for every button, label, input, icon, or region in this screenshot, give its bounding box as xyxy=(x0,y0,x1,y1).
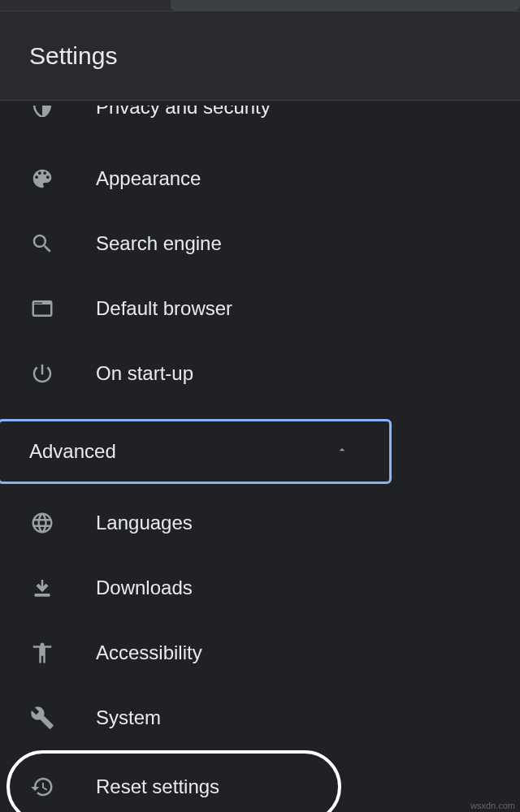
history-icon xyxy=(29,774,55,800)
search-icon xyxy=(29,231,55,257)
chevron-up-icon xyxy=(336,443,349,460)
shield-icon xyxy=(29,106,55,117)
top-bar xyxy=(0,0,520,11)
svg-rect-0 xyxy=(34,305,42,306)
page-title: Settings xyxy=(29,42,117,70)
nav-label: Accessibility xyxy=(96,641,202,664)
nav-label: Search engine xyxy=(96,232,222,255)
globe-icon xyxy=(29,510,55,536)
power-icon xyxy=(29,361,55,387)
nav-label: Languages xyxy=(96,512,193,534)
nav-item-default-browser[interactable]: Default browser xyxy=(0,276,520,341)
palette-icon xyxy=(29,166,55,192)
accessibility-icon xyxy=(29,640,55,666)
nav-item-system[interactable]: System xyxy=(0,685,520,750)
nav-label: On start-up xyxy=(96,362,193,385)
nav-label: Downloads xyxy=(96,577,193,599)
watermark: wsxdn.com xyxy=(470,801,515,810)
settings-header: Settings xyxy=(0,11,520,101)
nav-item-startup[interactable]: On start-up xyxy=(0,341,520,406)
nav-item-accessibility[interactable]: Accessibility xyxy=(0,620,520,685)
advanced-label: Advanced xyxy=(29,440,116,463)
advanced-toggle[interactable]: Advanced xyxy=(0,419,392,484)
nav-item-reset-settings[interactable]: Reset settings xyxy=(6,750,341,812)
nav-label: Reset settings xyxy=(96,775,219,798)
nav-label: Default browser xyxy=(96,297,232,320)
top-search-bar xyxy=(171,0,520,11)
nav-label: System xyxy=(96,706,161,729)
browser-icon xyxy=(29,296,55,322)
download-icon xyxy=(29,575,55,601)
nav-label: Privacy and security xyxy=(96,106,271,119)
nav-item-languages[interactable]: Languages xyxy=(0,490,520,555)
nav-item-downloads[interactable]: Downloads xyxy=(0,555,520,620)
wrench-icon xyxy=(29,705,55,731)
nav-item-privacy[interactable]: Privacy and security xyxy=(0,106,520,125)
nav-item-search-engine[interactable]: Search engine xyxy=(0,211,520,276)
nav-item-appearance[interactable]: Appearance xyxy=(0,146,520,211)
nav-label: Appearance xyxy=(96,167,201,190)
